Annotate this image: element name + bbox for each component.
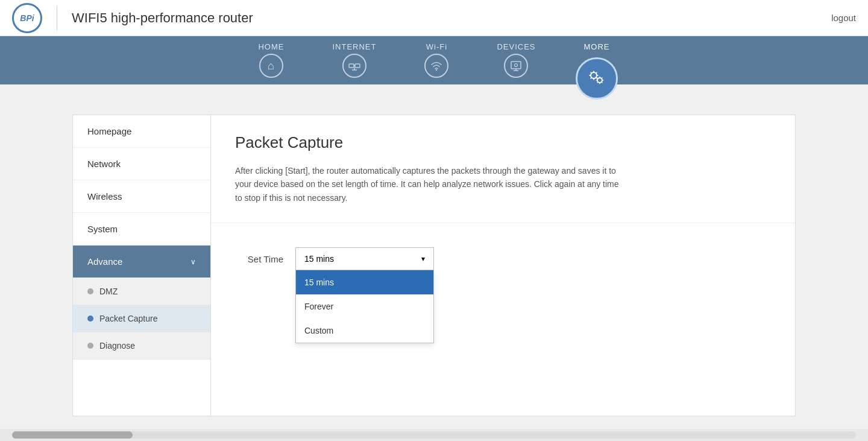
option-custom-label: Custom (304, 326, 333, 335)
nav-item-wifi[interactable]: Wi-Fi (424, 42, 448, 84)
svg-rect-6 (511, 62, 521, 69)
nav-label-wifi: Wi-Fi (426, 42, 447, 51)
sidebar-sub-item-dmz[interactable]: DMZ (73, 278, 210, 305)
sidebar-sub-item-diagnose[interactable]: Diagnose (73, 332, 210, 360)
main-layout: Homepage Network Wireless System Advance… (72, 115, 796, 416)
nav-label-more: MORE (584, 42, 610, 51)
option-forever-label: Forever (304, 302, 333, 311)
header: BPi WIFI5 high-performance router logout (0, 0, 868, 36)
nav-label-devices: DEVICES (497, 42, 535, 51)
selected-time-value: 15 mins (304, 254, 334, 264)
sidebar-item-advance[interactable]: Advance ∨ (73, 246, 210, 278)
content-top: Packet Capture After clicking [Start], t… (211, 115, 795, 223)
logout-button[interactable]: logout (831, 13, 856, 23)
set-time-row: Set Time 15 mins ▾ 15 mins Forever (235, 247, 771, 270)
svg-point-5 (436, 69, 437, 71)
nav-label-internet: INTERNET (332, 42, 376, 51)
nav-item-devices[interactable]: DEVICES (497, 42, 535, 84)
time-select-wrapper: 15 mins ▾ 15 mins Forever Custom (295, 247, 434, 270)
option-15mins-label: 15 mins (304, 278, 334, 287)
sidebar-label-dmz: DMZ (99, 287, 118, 296)
option-forever[interactable]: Forever (296, 294, 433, 319)
set-time-label: Set Time (235, 254, 283, 264)
svg-point-9 (515, 64, 518, 67)
chevron-down-icon: ∨ (190, 258, 196, 266)
option-custom[interactable]: Custom (296, 319, 433, 343)
sidebar-label-diagnose: Diagnose (99, 341, 135, 351)
logo-divider (57, 6, 57, 30)
nav-item-home[interactable]: HOME ⌂ (258, 42, 284, 84)
sidebar-label-network: Network (87, 159, 121, 169)
content-form: Set Time 15 mins ▾ 15 mins Forever (211, 223, 795, 294)
content-area: Packet Capture After clicking [Start], t… (211, 115, 796, 416)
page-title: Packet Capture (235, 133, 771, 152)
logo: BPi (12, 3, 42, 33)
more-icon (576, 57, 618, 100)
sidebar-label-wireless: Wireless (87, 191, 122, 201)
sidebar-item-homepage[interactable]: Homepage (73, 115, 210, 148)
logo-text: BPi (20, 13, 34, 23)
sidebar-label-packet-capture: Packet Capture (99, 314, 158, 323)
dot-icon-diagnose (87, 343, 93, 349)
home-icon: ⌂ (259, 54, 283, 78)
devices-icon (504, 54, 528, 78)
dot-icon-packet-capture (87, 316, 93, 322)
internet-icon (342, 54, 366, 78)
nav-item-more[interactable]: MORE (584, 42, 610, 84)
svg-rect-1 (355, 64, 360, 68)
time-dropdown-list: 15 mins Forever Custom (295, 270, 434, 343)
wifi-icon (424, 54, 448, 78)
svg-rect-0 (349, 64, 354, 68)
nav-label-home: HOME (258, 42, 284, 51)
content-description: After clicking [Start], the router autom… (235, 164, 627, 205)
option-15mins[interactable]: 15 mins (296, 270, 433, 294)
sidebar-label-system: System (87, 224, 118, 234)
sidebar-label-homepage: Homepage (87, 126, 131, 136)
logo-area: BPi WIFI5 high-performance router (12, 3, 253, 33)
sidebar-item-system[interactable]: System (73, 213, 210, 246)
sidebar-item-network[interactable]: Network (73, 148, 210, 180)
sidebar-label-advance: Advance (87, 256, 122, 267)
time-select[interactable]: 15 mins ▾ (295, 247, 434, 270)
header-title: WIFI5 high-performance router (72, 10, 253, 26)
sidebar: Homepage Network Wireless System Advance… (72, 115, 211, 416)
sidebar-sub-item-packet-capture[interactable]: Packet Capture (73, 305, 210, 332)
nav-item-internet[interactable]: INTERNET (332, 42, 376, 84)
select-chevron-icon: ▾ (421, 255, 425, 263)
sidebar-item-wireless[interactable]: Wireless (73, 180, 210, 213)
dot-icon-dmz (87, 288, 93, 294)
sidebar-submenu: DMZ Packet Capture Diagnose (73, 278, 210, 360)
main-nav: HOME ⌂ INTERNET Wi-Fi DEVICES (0, 36, 868, 84)
